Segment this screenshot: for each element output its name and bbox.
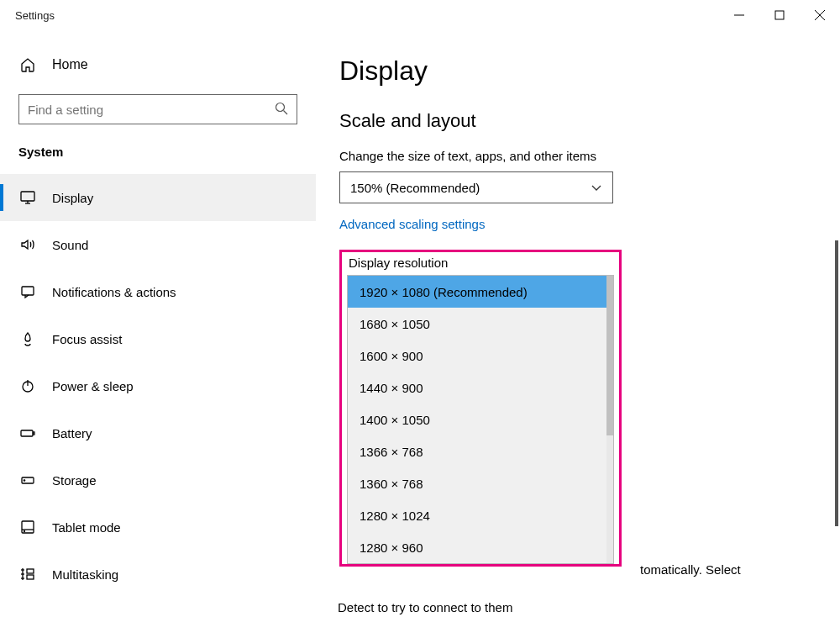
display-icon	[18, 188, 37, 207]
svg-rect-12	[21, 430, 33, 436]
resolution-option[interactable]: 1680 × 1050	[348, 308, 613, 340]
resolution-label: Display resolution	[342, 256, 619, 275]
svg-rect-13	[34, 432, 35, 435]
scale-dropdown[interactable]: 150% (Recommended)	[339, 171, 613, 203]
minimize-button[interactable]	[719, 2, 759, 29]
sidebar-item-label: Notifications & actions	[52, 285, 176, 299]
close-icon	[815, 10, 825, 20]
dropdown-scrollbar-thumb[interactable]	[606, 276, 613, 435]
resolution-option[interactable]: 1440 × 900	[348, 372, 613, 403]
sidebar-item-label: Display	[52, 191, 93, 205]
page-title: Display	[339, 55, 816, 87]
sidebar-item-battery[interactable]: Battery	[0, 409, 316, 456]
sidebar-item-label: Multitasking	[52, 567, 118, 582]
svg-point-15	[24, 480, 24, 481]
sidebar-item-display[interactable]: Display	[0, 174, 316, 221]
maximize-icon	[774, 10, 785, 20]
sidebar-item-notifications-actions[interactable]: Notifications & actions	[0, 268, 316, 315]
sound-icon	[18, 235, 37, 254]
sidebar-item-label: Storage	[52, 473, 97, 488]
svg-rect-24	[27, 575, 34, 579]
category-label: System	[0, 140, 316, 174]
section-header: Scale and layout	[339, 110, 816, 132]
resolution-highlight-box: Display resolution 1920 × 1080 (Recommen…	[339, 250, 622, 567]
sidebar-item-label: Power & sleep	[52, 379, 134, 393]
sidebar-item-label: Sound	[52, 238, 88, 252]
minimize-icon	[734, 10, 744, 20]
window-title: Settings	[15, 9, 55, 22]
home-label: Home	[52, 57, 88, 72]
focus-assist-icon	[18, 330, 37, 348]
scale-dropdown-value: 150% (Recommended)	[350, 181, 480, 195]
home-icon	[18, 55, 37, 74]
resolution-option[interactable]: 1920 × 1080 (Recommended)	[348, 276, 613, 308]
sidebar-item-focus-assist[interactable]: Focus assist	[0, 315, 316, 362]
sidebar-item-power-sleep[interactable]: Power & sleep	[0, 362, 316, 409]
resolution-option[interactable]: 1280 × 1024	[348, 499, 613, 531]
home-nav[interactable]: Home	[0, 47, 316, 82]
sidebar-item-tablet-mode[interactable]: Tablet mode	[0, 504, 316, 551]
svg-point-4	[276, 103, 285, 111]
titlebar: Settings	[0, 0, 840, 30]
sidebar-item-multitasking[interactable]: Multitasking	[0, 551, 316, 598]
main-scrollbar-thumb[interactable]	[835, 240, 838, 526]
notifications-icon	[18, 282, 37, 301]
chevron-down-icon	[591, 182, 602, 193]
resolution-dropdown-list[interactable]: 1920 × 1080 (Recommended)1680 × 10501600…	[347, 275, 614, 564]
scale-label: Change the size of text, apps, and other…	[339, 149, 816, 163]
svg-rect-6	[21, 192, 34, 201]
storage-icon	[18, 471, 37, 489]
tablet-icon	[18, 518, 37, 536]
sidebar: Home System DisplaySoundNotifications & …	[0, 30, 316, 617]
power-icon	[18, 377, 37, 395]
resolution-option[interactable]: 1366 × 768	[348, 435, 613, 467]
maximize-button[interactable]	[759, 2, 800, 29]
resolution-option[interactable]: 1600 × 900	[348, 340, 613, 372]
search-box[interactable]	[18, 94, 297, 124]
partial-body-text: tomatically. Select Detect to try to con…	[338, 541, 741, 617]
resolution-option[interactable]: 1360 × 768	[348, 467, 613, 499]
svg-point-18	[24, 531, 25, 532]
advanced-scaling-link[interactable]: Advanced scaling settings	[339, 217, 485, 231]
sidebar-item-label: Battery	[52, 426, 92, 440]
svg-rect-1	[775, 11, 784, 19]
resolution-option[interactable]: 1400 × 1050	[348, 403, 613, 435]
sidebar-item-label: Tablet mode	[52, 520, 121, 535]
svg-line-5	[284, 110, 288, 114]
window-controls	[719, 2, 840, 29]
sidebar-item-label: Focus assist	[52, 332, 122, 346]
search-input[interactable]	[28, 103, 275, 117]
close-button[interactable]	[800, 2, 840, 29]
battery-icon	[18, 424, 37, 442]
sidebar-item-storage[interactable]: Storage	[0, 456, 316, 504]
svg-rect-9	[22, 287, 34, 295]
sidebar-item-sound[interactable]: Sound	[0, 221, 316, 268]
svg-rect-23	[27, 569, 34, 573]
multitasking-icon	[18, 565, 37, 583]
search-icon	[275, 102, 288, 118]
main-content: Display Scale and layout Change the size…	[316, 30, 840, 617]
